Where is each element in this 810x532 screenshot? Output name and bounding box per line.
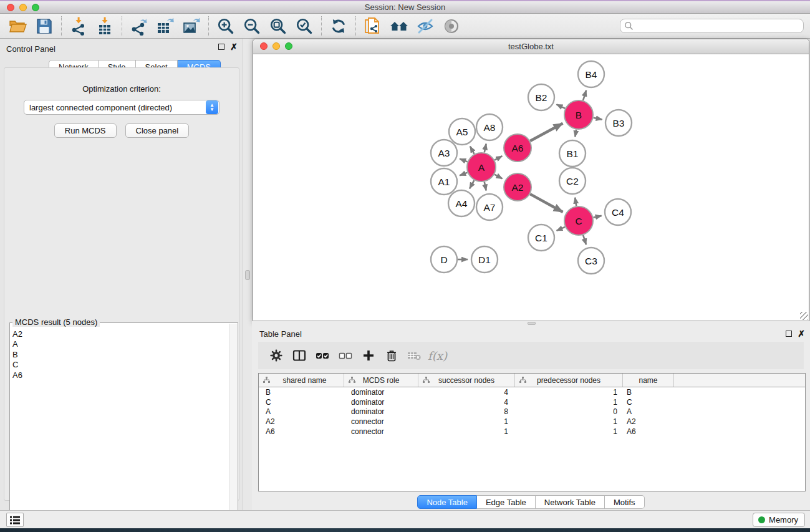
zoom-fit-button[interactable] xyxy=(265,16,291,37)
close-table-panel-icon[interactable]: ✗ xyxy=(798,331,805,337)
graph-edge-A-A7[interactable] xyxy=(485,182,486,191)
task-history-button[interactable] xyxy=(6,513,24,527)
mcds-result-item[interactable]: A6 xyxy=(12,370,22,380)
delete-column-button[interactable] xyxy=(380,345,403,366)
graph-edge-C-C1[interactable] xyxy=(557,227,565,231)
table-cell-name[interactable]: A2 xyxy=(623,417,674,426)
table-cell-predecessor[interactable]: 0 xyxy=(515,407,623,416)
graph-edge-B-B3[interactable] xyxy=(594,118,602,120)
tab-network-table[interactable]: Network Table xyxy=(536,495,605,509)
graph-edge-A-A2[interactable] xyxy=(494,175,502,179)
export-table-button[interactable] xyxy=(152,16,178,37)
home-button[interactable] xyxy=(386,16,412,37)
criterion-dropdown[interactable]: largest connected component (directed) ▲… xyxy=(24,100,219,115)
table-cell-predecessor[interactable]: 1 xyxy=(515,398,623,407)
column-header-shared-name[interactable]: shared name xyxy=(259,374,344,387)
tab-edge-table[interactable]: Edge Table xyxy=(477,495,536,509)
import-table-button[interactable] xyxy=(92,16,118,37)
graph-edge-A-A5[interactable] xyxy=(470,147,475,154)
search-input[interactable] xyxy=(634,19,803,32)
zoom-out-button[interactable] xyxy=(239,16,265,37)
table-row[interactable]: A2connector11A2 xyxy=(259,417,805,427)
tab-motifs[interactable]: Motifs xyxy=(605,495,645,509)
table-cell-successor[interactable]: 1 xyxy=(418,427,515,436)
table-row[interactable]: Adominator80A xyxy=(259,407,805,417)
mcds-result-item[interactable]: C xyxy=(12,360,22,370)
table-cell-shared_name[interactable]: C xyxy=(259,398,344,407)
splitter-handle[interactable] xyxy=(528,322,536,325)
column-header-mcds-role[interactable]: MCDS role xyxy=(344,374,418,387)
table-cell-name[interactable]: A xyxy=(623,407,674,416)
table-cell-mcds_role[interactable]: dominator xyxy=(344,388,418,397)
graph-edge-C-C3[interactable] xyxy=(583,235,586,244)
result-scrollbar[interactable] xyxy=(229,324,237,532)
mcds-result-item[interactable]: B xyxy=(12,350,22,360)
open-file-button[interactable] xyxy=(5,16,31,37)
table-row[interactable]: Bdominator41B xyxy=(259,387,805,397)
graph-edge-B-B4[interactable] xyxy=(583,90,586,100)
network-canvas[interactable]: B4B2BB3A8A5A6A3B1AA1C2A2A4A7C4CC1C3DD1 xyxy=(253,54,809,321)
table-cell-name[interactable]: A6 xyxy=(623,427,674,436)
table-cell-successor[interactable]: 4 xyxy=(418,398,515,407)
zoom-in-button[interactable] xyxy=(213,16,239,37)
table-cell-predecessor[interactable]: 1 xyxy=(515,388,623,397)
table-settings-button[interactable] xyxy=(264,345,287,366)
select-all-button[interactable] xyxy=(311,345,334,366)
add-column-button[interactable] xyxy=(357,345,380,366)
graph-edge-A2-C[interactable] xyxy=(530,194,562,212)
tab-node-table[interactable]: Node Table xyxy=(417,495,477,509)
vertical-splitter[interactable] xyxy=(243,39,252,510)
mcds-result-item[interactable]: A2 xyxy=(12,329,22,339)
graph-edge-A-A6[interactable] xyxy=(494,156,502,160)
resize-grip[interactable] xyxy=(800,312,808,320)
graph-edge-A-A4[interactable] xyxy=(470,180,474,188)
save-session-button[interactable] xyxy=(31,16,57,37)
graph-edge-A-A3[interactable] xyxy=(460,159,467,162)
delete-table-button[interactable] xyxy=(403,345,426,366)
deselect-all-button[interactable] xyxy=(334,345,357,366)
float-panel-icon[interactable] xyxy=(218,44,224,50)
network-from-selection-button[interactable] xyxy=(360,16,386,37)
table-cell-shared_name[interactable]: A2 xyxy=(259,417,344,426)
table-cell-mcds_role[interactable]: connector xyxy=(344,417,418,426)
memory-button[interactable]: Memory xyxy=(753,513,805,527)
column-header-name[interactable]: name xyxy=(623,374,674,387)
table-cell-shared_name[interactable]: A xyxy=(259,407,344,416)
close-panel-icon[interactable]: ✗ xyxy=(230,44,238,50)
table-cell-mcds_role[interactable]: connector xyxy=(344,427,418,436)
refresh-button[interactable] xyxy=(325,16,352,37)
table-cell-name[interactable]: B xyxy=(623,388,674,397)
close-panel-button[interactable]: Close panel xyxy=(125,123,190,138)
split-view-button[interactable] xyxy=(287,345,311,366)
table-cell-name[interactable]: C xyxy=(623,398,674,407)
table-cell-mcds_role[interactable]: dominator xyxy=(344,407,418,416)
table-row[interactable]: A6connector11A6 xyxy=(259,427,805,437)
column-header-predecessor-nodes[interactable]: predecessor nodes xyxy=(515,374,623,387)
column-header-successor-nodes[interactable]: successor nodes xyxy=(418,374,515,387)
run-mcds-button[interactable]: Run MCDS xyxy=(54,123,117,138)
network-window-titlebar[interactable]: testGlobe.txt xyxy=(253,39,809,54)
graph-edge-B-B1[interactable] xyxy=(575,130,576,137)
graph-edge-B-B2[interactable] xyxy=(556,104,565,108)
table-cell-predecessor[interactable]: 1 xyxy=(515,417,623,426)
show-hidden-button[interactable] xyxy=(438,16,465,37)
table-cell-shared_name[interactable]: B xyxy=(259,388,344,397)
table-cell-successor[interactable]: 8 xyxy=(418,407,515,416)
table-cell-shared_name[interactable]: A6 xyxy=(259,427,344,436)
hide-selected-button[interactable] xyxy=(412,16,438,37)
splitter-handle[interactable] xyxy=(245,270,250,280)
graph-edge-A6-B[interactable] xyxy=(530,123,562,141)
export-network-button[interactable] xyxy=(126,16,152,37)
import-network-button[interactable] xyxy=(65,16,92,37)
table-cell-successor[interactable]: 1 xyxy=(418,417,515,426)
float-table-panel-icon[interactable] xyxy=(786,331,792,337)
graph-edge-A-A8[interactable] xyxy=(485,143,486,152)
zoom-selected-button[interactable] xyxy=(291,16,317,37)
mcds-result-item[interactable]: A xyxy=(12,339,22,349)
horizontal-splitter[interactable] xyxy=(252,321,810,326)
table-cell-mcds_role[interactable]: dominator xyxy=(344,398,418,407)
function-builder-button[interactable]: f(x) xyxy=(426,345,449,366)
table-cell-successor[interactable]: 4 xyxy=(418,388,515,397)
graph-edge-C-C2[interactable] xyxy=(575,198,576,206)
graph-edge-A-A1[interactable] xyxy=(460,173,467,176)
